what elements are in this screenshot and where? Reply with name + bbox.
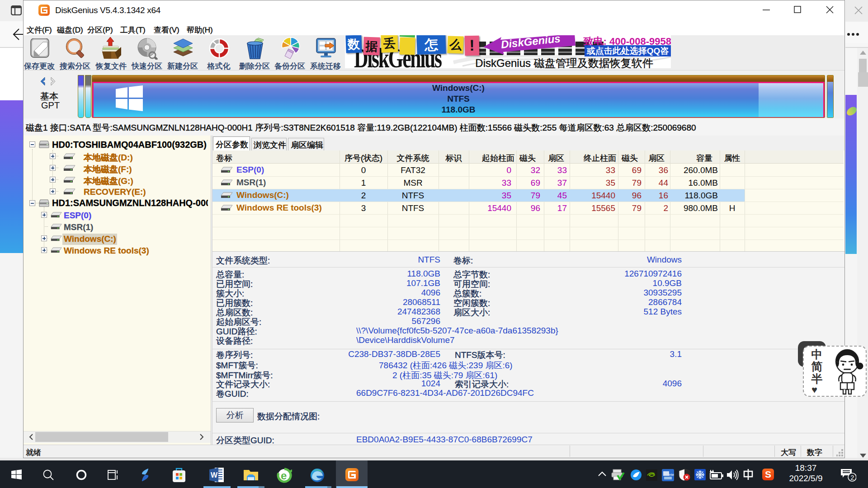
svg-text:intel: intel (669, 473, 674, 476)
svg-text:2: 2 (851, 474, 854, 481)
svg-text:W: W (211, 471, 218, 479)
svg-text:e: e (281, 469, 287, 482)
